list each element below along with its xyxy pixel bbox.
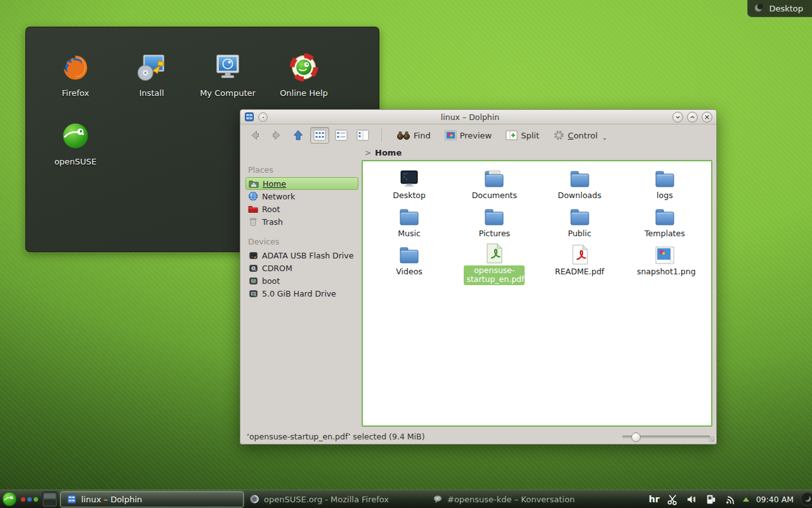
pager-desktop-1[interactable] — [44, 493, 56, 499]
volume-icon[interactable] — [686, 493, 698, 505]
file-item[interactable]: Music — [367, 204, 452, 243]
split-button[interactable]: Split — [502, 128, 542, 142]
file-item[interactable]: opensuse-startup_en.pdf — [452, 243, 537, 281]
system-tray: hr 09:40 AM — [649, 490, 812, 508]
device-notifier-icon[interactable] — [705, 493, 717, 505]
back-icon — [249, 129, 261, 142]
main-toolbar: Find Preview Split Control ⌄ — [240, 124, 716, 146]
clock[interactable]: 09:40 AM — [756, 495, 794, 504]
file-item-label: Desktop — [390, 190, 428, 201]
file-item[interactable]: logs — [622, 166, 707, 204]
file-item[interactable]: Templates — [622, 204, 707, 243]
sidebar-item[interactable]: boot — [246, 274, 358, 287]
minimize-button[interactable] — [672, 112, 683, 123]
breadcrumb: > Home — [240, 146, 716, 159]
file-item[interactable]: Public — [537, 204, 622, 243]
sidebar-item[interactable]: Root — [246, 203, 358, 215]
green-dot-icon — [34, 497, 38, 502]
dolphin-app-icon — [244, 112, 254, 122]
zoom-slider-handle[interactable] — [631, 432, 641, 442]
blue-dot-icon — [27, 497, 32, 502]
opensuse-launcher-icon — [1, 491, 18, 507]
file-grid: Desktop Documents Downloads logs Music P… — [363, 161, 711, 286]
columns-view-icon — [357, 130, 369, 141]
file-item[interactable]: Desktop — [367, 166, 452, 204]
up-icon — [292, 129, 304, 142]
file-item-label: opensuse-startup_en.pdf — [464, 265, 525, 285]
columns-view-button[interactable] — [353, 127, 372, 144]
up-button[interactable] — [289, 127, 308, 144]
gear-icon — [553, 130, 565, 141]
forward-icon — [270, 129, 283, 142]
taskbar-panel: linux – Dolphin openSUSE.org - Mozilla F… — [0, 490, 812, 508]
network-icon[interactable] — [724, 493, 736, 505]
dolphin-window: linux – Dolphin Find Preview Spli — [240, 109, 717, 444]
file-item-label: Downloads — [555, 190, 604, 201]
desktop-icon[interactable]: My Computer — [190, 40, 266, 109]
desktop-icon[interactable]: openSUSE — [37, 109, 114, 177]
file-item[interactable]: Downloads — [537, 166, 622, 204]
desktop-toolbox[interactable]: Desktop — [747, 0, 812, 17]
status-bar: ‘opensuse-startup_en.pdf’ selected (9.4 … — [240, 429, 716, 444]
devices-header: Devices — [248, 237, 357, 246]
back-button[interactable] — [246, 127, 265, 144]
tray-expand-arrow-icon[interactable] — [743, 497, 749, 502]
desktop-icon-label: openSUSE — [55, 157, 97, 166]
sidebar-item-label: Root — [262, 204, 280, 214]
pager-desktop-2[interactable] — [44, 500, 56, 505]
file-item-label: logs — [654, 190, 676, 201]
file-item[interactable]: Videos — [367, 243, 452, 281]
find-button[interactable]: Find — [393, 128, 434, 142]
resize-grip[interactable] — [709, 436, 714, 442]
keyboard-layout-indicator[interactable]: hr — [649, 494, 660, 504]
details-view-button[interactable] — [332, 127, 351, 144]
app-launcher-button[interactable] — [0, 490, 18, 508]
breadcrumb-home[interactable]: Home — [375, 148, 402, 157]
pin-window-button[interactable] — [258, 112, 268, 122]
preview-button[interactable]: Preview — [442, 128, 495, 142]
split-icon — [506, 130, 518, 140]
desktop-icon-label: My Computer — [200, 88, 256, 98]
taskbar-task[interactable]: linux – Dolphin — [60, 491, 244, 507]
desktop-icon[interactable]: Firefox — [37, 40, 114, 109]
task-manager: linux – Dolphin openSUSE.org - Mozilla F… — [60, 490, 610, 508]
file-item[interactable]: snapshot1.png — [622, 243, 707, 281]
file-item-label: Templates — [642, 229, 688, 239]
close-button[interactable] — [702, 112, 712, 123]
file-item[interactable]: Documents — [452, 166, 537, 204]
maximize-button[interactable] — [687, 112, 698, 123]
desktop-icon-label: Online Help — [280, 88, 328, 98]
sidebar-item[interactable]: Home — [246, 177, 358, 190]
icons-view-icon — [313, 130, 326, 141]
sidebar-item[interactable]: Network — [246, 190, 358, 203]
places-header: Places — [248, 165, 357, 175]
toolbar-separator — [381, 128, 382, 142]
file-item-label: README.pdf — [553, 267, 607, 277]
places-list: Home Network Root Trash — [246, 177, 358, 228]
desktop-pager[interactable] — [42, 491, 58, 507]
places-panel: Places Home Network Root Trash Devices A… — [244, 160, 360, 427]
sidebar-item[interactable]: 5.0 GiB Hard Drive — [246, 287, 358, 300]
sidebar-item[interactable]: Trash — [246, 215, 358, 228]
file-item-label: snapshot1.png — [634, 267, 695, 277]
titlebar[interactable]: linux – Dolphin — [240, 110, 716, 124]
klipper-scissors-icon[interactable] — [667, 493, 679, 505]
breadcrumb-chevron-icon[interactable]: > — [365, 149, 371, 157]
desktop-icon[interactable]: Online Help — [266, 40, 342, 109]
taskbar-task-label: #opensuse-kde – Konversation — [447, 495, 575, 504]
zoom-slider[interactable] — [622, 432, 710, 441]
control-button[interactable]: Control ⌄ — [550, 128, 610, 143]
file-item[interactable]: Pictures — [452, 204, 537, 243]
taskbar-task[interactable]: #opensuse-kde – Konversation — [427, 491, 610, 507]
sidebar-item[interactable]: CDROM — [246, 262, 358, 274]
taskbar-task[interactable]: openSUSE.org - Mozilla Firefox — [244, 491, 427, 507]
file-view[interactable]: Desktop Documents Downloads logs Music P… — [362, 160, 712, 427]
panel-cashew-icon[interactable] — [801, 492, 812, 506]
activity-dots[interactable] — [21, 497, 38, 502]
forward-button[interactable] — [267, 127, 286, 144]
desktop-icon-label: Firefox — [62, 88, 89, 98]
icons-view-button[interactable] — [310, 127, 329, 144]
file-item[interactable]: README.pdf — [537, 243, 622, 281]
desktop-icon[interactable]: Install — [114, 40, 190, 109]
sidebar-item[interactable]: ADATA USB Flash Drive — [246, 249, 358, 262]
